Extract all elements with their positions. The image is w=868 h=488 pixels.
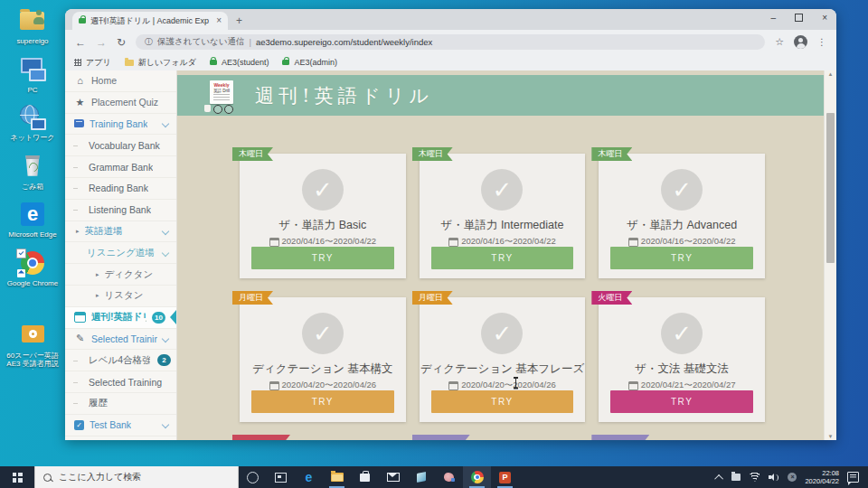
sidebar-item-listening-bank[interactable]: Listening Bank bbox=[65, 200, 176, 221]
close-button[interactable]: × bbox=[822, 13, 827, 23]
scrollbar-thumb[interactable] bbox=[826, 113, 835, 263]
scroll-down-icon[interactable]: ▼ bbox=[825, 434, 836, 439]
taskbar-clock[interactable]: 22:08 2020/04/22 bbox=[805, 469, 839, 486]
drill-card: 火曜日 ✓ ザ・文法 基礎文法 2020/04/21〜2020/04/27 TR… bbox=[599, 291, 765, 422]
bookmark-ae3-student[interactable]: AE3(student) bbox=[210, 58, 269, 67]
sidebar-label: 履歴 bbox=[89, 397, 108, 409]
bookmark-folder[interactable]: 新しいフォルダ bbox=[125, 57, 196, 69]
mug-icon bbox=[204, 105, 211, 112]
desktop-icon-label: supereigo bbox=[4, 37, 61, 46]
sidebar-item-selected-training-sub[interactable]: Selected Training bbox=[65, 371, 176, 393]
desktop-icon-network[interactable]: ネットワーク bbox=[4, 104, 61, 143]
browser-menu-icon[interactable]: ⋮ bbox=[817, 37, 826, 47]
wifi-icon[interactable] bbox=[749, 473, 760, 482]
sidebar-item-listening-dojo[interactable]: リスニング道場 bbox=[65, 242, 176, 264]
bookmark-ae3-admin[interactable]: AE3(admin) bbox=[282, 58, 337, 67]
sidebar-item-home[interactable]: ⌂Home bbox=[65, 70, 176, 92]
try-button[interactable]: TRY bbox=[251, 247, 394, 269]
tray-app-icon[interactable] bbox=[731, 474, 741, 481]
search-placeholder: ここに入力して検索 bbox=[59, 471, 141, 483]
card-title: ザ・単語力 Intermediate bbox=[420, 218, 586, 233]
cortana-icon bbox=[247, 472, 259, 483]
sidebar-item-level4-course[interactable]: レベル4合格強化コー2 bbox=[65, 350, 176, 371]
app-sidebar: ⌂Home ★Placement Quiz Training Bank Voca… bbox=[65, 70, 177, 440]
sidebar-label: Selected Training bbox=[89, 377, 162, 388]
sidebar-item-eigo-dojo[interactable]: ▸英語道場 bbox=[65, 221, 176, 243]
taskbar-explorer[interactable] bbox=[323, 466, 351, 488]
desktop-icon-supereigo[interactable]: supereigo bbox=[4, 7, 61, 46]
try-button[interactable]: TRY bbox=[610, 390, 753, 413]
drill-card-partial bbox=[599, 435, 765, 440]
address-bar[interactable]: ⓘ 保護されていない通信 | ae3demo.supereigo.com/stu… bbox=[136, 34, 765, 50]
day-ribbon: 木曜日 bbox=[591, 147, 632, 161]
folder-icon bbox=[125, 60, 134, 66]
profile-avatar[interactable] bbox=[794, 35, 807, 49]
try-button[interactable]: TRY bbox=[431, 247, 574, 269]
back-icon[interactable]: ← bbox=[75, 37, 86, 48]
info-icon[interactable]: ⓘ bbox=[145, 36, 153, 48]
taskbar-powerpoint[interactable]: P bbox=[491, 466, 519, 488]
desktop-icon-chrome[interactable]: Google Chrome bbox=[4, 249, 61, 288]
person-shape bbox=[33, 10, 44, 24]
sidebar-item-vocabulary-bank[interactable]: Vocabulary Bank bbox=[65, 135, 176, 156]
doc-shape bbox=[22, 325, 44, 343]
sidebar-item-grammar-bank[interactable]: Grammar Bank bbox=[65, 156, 176, 178]
url-text: ae3demo.supereigo.com/student/weekly/ind… bbox=[256, 37, 432, 47]
bookmark-apps[interactable]: アプリ bbox=[74, 57, 111, 69]
reload-icon[interactable]: ↻ bbox=[117, 37, 126, 48]
sidebar-item-mock-exam[interactable]: 模擬試験 bbox=[65, 436, 176, 440]
bookmarks-bar: アプリ 新しいフォルダ AE3(student) AE3(admin) bbox=[65, 54, 836, 71]
tab-close-icon[interactable]: × bbox=[216, 16, 222, 25]
sidebar-item-selected-training[interactable]: ✎Selected Training bbox=[65, 329, 176, 351]
scroll-up-icon[interactable]: ▲ bbox=[825, 71, 836, 77]
cortana-button[interactable] bbox=[239, 466, 267, 488]
forward-icon[interactable]: → bbox=[96, 37, 107, 48]
start-button[interactable] bbox=[0, 466, 34, 488]
star-icon: ★ bbox=[74, 97, 86, 108]
desktop-icon-edge[interactable]: e Microsoft Edge bbox=[4, 201, 61, 239]
task-view-button[interactable] bbox=[267, 466, 295, 488]
sidebar-label: Home bbox=[91, 75, 117, 86]
day-ribbon-partial bbox=[232, 435, 290, 440]
taskbar-app-glass[interactable] bbox=[407, 466, 435, 488]
sidebar-item-placement-quiz[interactable]: ★Placement Quiz bbox=[65, 92, 176, 114]
taskbar-store[interactable] bbox=[351, 466, 379, 488]
calendar-icon bbox=[448, 238, 458, 247]
try-button[interactable]: TRY bbox=[610, 247, 753, 269]
browser-tab[interactable]: 週刊!英語ドリル | Academic Exp × bbox=[72, 12, 228, 30]
taskbar-chrome[interactable] bbox=[463, 466, 491, 488]
sidebar-item-test-bank[interactable]: ✓Test Bank bbox=[65, 415, 176, 436]
maximize-button[interactable] bbox=[795, 14, 803, 22]
volume-icon[interactable] bbox=[769, 473, 779, 482]
sidebar-item-history[interactable]: 履歴 bbox=[65, 393, 176, 415]
desktop-icon-pc[interactable]: PC bbox=[4, 56, 61, 95]
minimize-button[interactable]: – bbox=[771, 13, 777, 23]
desktop-icon-recycle-bin[interactable]: ごみ箱 bbox=[4, 153, 61, 192]
sidebar-label: 英語道場 bbox=[85, 225, 123, 238]
sidebar-item-listan[interactable]: ▸リスタン bbox=[65, 286, 176, 307]
new-tab-button[interactable]: + bbox=[236, 15, 242, 26]
chevron-down-icon bbox=[162, 249, 169, 257]
sidebar-item-training-bank[interactable]: Training Bank bbox=[65, 114, 176, 136]
drill-card: 木曜日 ✓ ザ・単語力 Basic 2020/04/16〜2020/04/22 … bbox=[240, 147, 406, 278]
bookmark-star-icon[interactable]: ☆ bbox=[775, 36, 784, 48]
sidebar-item-dictan[interactable]: ▸ディクタン bbox=[65, 264, 176, 286]
try-button[interactable]: TRY bbox=[431, 390, 574, 413]
page-scrollbar[interactable]: ▲ ▼ bbox=[824, 70, 836, 440]
action-center-icon[interactable] bbox=[847, 472, 859, 483]
taskbar-app-pink[interactable] bbox=[435, 466, 463, 488]
taskbar-edge[interactable]: e bbox=[295, 466, 323, 488]
system-tray: × 22:08 2020/04/22 bbox=[708, 466, 868, 488]
security-label: 保護されていない通信 bbox=[157, 36, 244, 48]
site-favicon bbox=[79, 18, 86, 23]
try-button[interactable]: TRY bbox=[251, 390, 394, 413]
taskbar-search[interactable]: ここに入力して検索 bbox=[34, 466, 239, 488]
status-x-icon[interactable]: × bbox=[788, 473, 797, 482]
drill-card: 木曜日 ✓ ザ・単語力 Advanced 2020/04/16〜2020/04/… bbox=[599, 147, 765, 278]
sidebar-item-weekly-drill[interactable]: 週刊!英語ドリル10 bbox=[65, 307, 176, 329]
desktop-icon-document[interactable]: 60スーパー英語AE3 受講者用説明文... bbox=[4, 322, 61, 370]
sidebar-item-reading-bank[interactable]: Reading Bank bbox=[65, 178, 176, 200]
tray-expand-icon[interactable] bbox=[715, 474, 724, 483]
taskbar-mail[interactable] bbox=[379, 466, 407, 488]
day-ribbon-partial bbox=[412, 435, 470, 440]
